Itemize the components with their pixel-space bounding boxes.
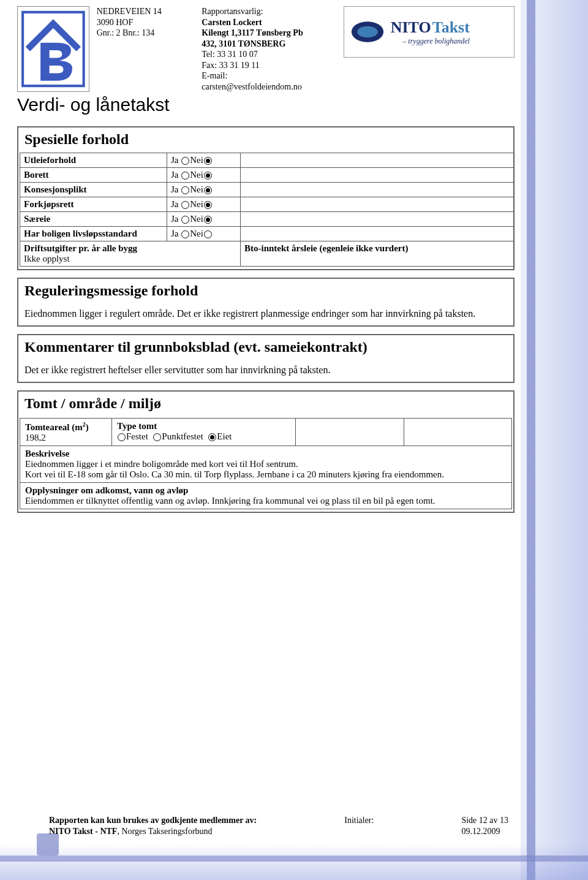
- oppl-label: Opplysninger om adkomst, vann og avløp: [25, 485, 188, 495]
- addr-line2: 3090 HOF: [97, 17, 195, 28]
- opt-eiet: Eiet: [217, 431, 232, 441]
- section-tomt: Tomt / område / miljø Tomteareal (m2) 19…: [17, 390, 514, 513]
- spesielle-label: Særeie: [20, 212, 167, 227]
- resp-tel: Tel: 33 31 10 07: [202, 49, 336, 60]
- radio-ja: [181, 186, 189, 194]
- house-logo-icon: [17, 6, 89, 92]
- bto-label: Bto-inntekt årsleie (egenleie ikke vurde…: [244, 243, 408, 253]
- radio-nei: [204, 230, 212, 238]
- resp-addr2: 432, 3101 TØNSBERG: [202, 39, 285, 48]
- brand-logo-icon: [350, 15, 385, 49]
- areal-end: ): [86, 422, 89, 432]
- spesielle-opts: Ja Nei: [167, 212, 241, 227]
- property-address: NEDREVEIEN 14 3090 HOF Gnr.: 2 Bnr.: 134: [97, 6, 195, 39]
- areal-label: Tomteareal (m: [25, 422, 83, 432]
- radio-ja: [181, 172, 189, 180]
- section-kommentarer: Kommentarer til grunnboksblad (evt. same…: [17, 334, 514, 383]
- radio-nei: [204, 186, 212, 194]
- spesielle-opts: Ja Nei: [167, 183, 241, 197]
- radio-eiet: [208, 433, 216, 441]
- bto-cell: Bto-inntekt årsleie (egenleie ikke vurde…: [241, 241, 514, 267]
- spesielle-blank: [241, 212, 514, 227]
- footer-l2a: NITO Takst - NTF: [49, 827, 117, 836]
- radio-nei: [204, 157, 212, 165]
- spesielle-blank: [241, 227, 514, 241]
- spesielle-label: Borett: [20, 168, 167, 183]
- radio-ja: [181, 157, 189, 165]
- brand-tagline: – tryggere bolighandel: [391, 37, 470, 46]
- tomteareal-cell: Tomteareal (m2) 198,2: [20, 418, 112, 446]
- brand-box: NITOTakst – tryggere bolighandel: [344, 6, 514, 58]
- page-title: Verdi- og lånetakst: [17, 94, 514, 115]
- heading-kommentarer: Kommentarer til grunnboksblad (evt. same…: [18, 335, 513, 360]
- footer-page: Side 12 av 13: [461, 816, 508, 825]
- text-kommentarer: Det er ikke registrert heftelser eller s…: [18, 360, 513, 381]
- radio-ja: [181, 201, 189, 209]
- spesielle-opts: Ja Nei: [167, 168, 241, 183]
- oppl-text: Eiendommen er tilknyttet offentlig vann …: [25, 496, 435, 506]
- spesielle-opts: Ja Nei: [167, 227, 241, 241]
- text-regulering: Eiednommen ligger i regulert område. Det…: [18, 304, 513, 324]
- spesielle-opts: Ja Nei: [167, 197, 241, 212]
- spesielle-blank: [241, 183, 514, 197]
- radio-nei: [204, 201, 212, 209]
- spesielle-table: UtleieforholdJa NeiBorettJa NeiKonsesjon…: [20, 153, 514, 267]
- drift-label: Driftsutgifter pr. år alle bygg: [24, 243, 137, 253]
- spesielle-label: Utleieforhold: [20, 153, 167, 168]
- beskrivelse-cell: Beskrivelse Eiednommen ligger i et mindr…: [20, 446, 512, 482]
- spesielle-label: Forkjøpsrett: [20, 197, 167, 212]
- spesielle-opts: Ja Nei: [167, 153, 241, 168]
- resp-addr1: Kilengt 1,3117 Tønsberg Pb: [202, 28, 303, 37]
- addr-line3: Gnr.: 2 Bnr.: 134: [97, 28, 195, 39]
- footer-init: Initialer:: [344, 815, 374, 837]
- radio-ja: [181, 216, 189, 224]
- page-footer: Rapporten kan kun brukes av godkjente me…: [49, 815, 508, 837]
- type-label: Type tomt: [117, 421, 157, 431]
- areal-val: 198,2: [25, 433, 46, 442]
- spesielle-row: UtleieforholdJa Nei: [20, 153, 514, 168]
- spesielle-label: Konsesjonsplikt: [20, 183, 167, 197]
- footer-l1: Rapporten kan kun brukes av godkjente me…: [49, 816, 257, 825]
- background-bottom-stripe: [0, 843, 588, 880]
- spesielle-row: KonsesjonspliktJa Nei: [20, 183, 514, 197]
- responsible-block: Rapportansvarlig: Carsten Lockert Kileng…: [202, 6, 336, 92]
- resp-fax: Fax: 33 31 19 11: [202, 60, 336, 71]
- opt-festet: Festet: [126, 431, 148, 441]
- beskriv-label: Beskrivelse: [25, 449, 70, 458]
- spesielle-row: ForkjøpsrettJa Nei: [20, 197, 514, 212]
- tomt-table: Tomteareal (m2) 198,2 Type tomt Festet P…: [20, 418, 512, 509]
- brand-name-2: Takst: [432, 18, 470, 36]
- drift-cell: Driftsutgifter pr. år alle bygg Ikke opp…: [20, 241, 241, 267]
- radio-punkt: [153, 433, 161, 441]
- radio-ja: [181, 230, 189, 238]
- spesielle-blank: [241, 153, 514, 168]
- drift-val: Ikke opplyst: [24, 254, 70, 264]
- spesielle-blank: [241, 197, 514, 212]
- section-regulering: Reguleringsmessige forhold Eiednommen li…: [17, 278, 514, 327]
- spesielle-row: BorettJa Nei: [20, 168, 514, 183]
- radio-nei: [204, 216, 212, 224]
- resp-label: Rapportansvarlig:: [202, 6, 336, 17]
- resp-name: Carsten Lockert: [202, 18, 262, 27]
- empty-cell-1: [296, 418, 404, 446]
- resp-email: carsten@vestfoldeiendom.no: [202, 82, 336, 93]
- spesielle-blank: [241, 168, 514, 183]
- footer-l2b: , Norges Takseringsforbund: [117, 827, 212, 836]
- resp-email-lbl: E-mail:: [202, 70, 336, 82]
- heading-tomt: Tomt / område / miljø: [18, 392, 513, 417]
- addr-line1: NEDREVEIEN 14: [97, 6, 195, 17]
- svg-point-2: [357, 26, 378, 38]
- brand-name-1: NITO: [391, 18, 431, 36]
- radio-nei: [204, 172, 212, 180]
- empty-cell-2: [404, 418, 512, 446]
- heading-spesielle: Spesielle forhold: [18, 127, 513, 153]
- beskriv-text: Eiednommen ligger i et mindre boligområd…: [25, 459, 444, 479]
- radio-festet: [118, 433, 126, 441]
- heading-regulering: Reguleringsmessige forhold: [18, 279, 513, 304]
- section-spesielle: Spesielle forhold UtleieforholdJa NeiBor…: [17, 126, 514, 270]
- opplysninger-cell: Opplysninger om adkomst, vann og avløp E…: [20, 482, 512, 509]
- spesielle-label: Har boligen livsløpsstandard: [20, 227, 167, 241]
- opt-punkt: Punktfestet: [162, 431, 203, 441]
- type-tomt-cell: Type tomt Festet Punktfestet Eiet: [112, 418, 296, 446]
- footer-date: 09.12.2009: [461, 827, 500, 836]
